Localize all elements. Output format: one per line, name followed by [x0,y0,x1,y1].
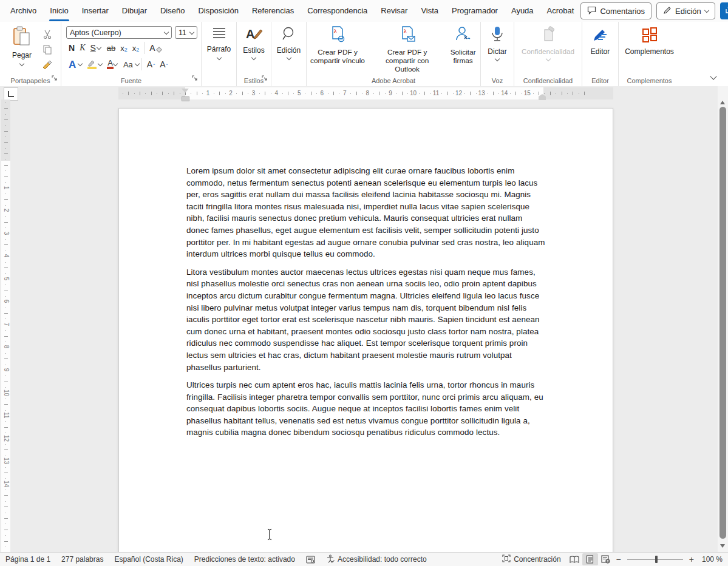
tab-referencias[interactable]: Referencias [245,0,301,22]
paragraph-button[interactable]: Párrafo [202,22,236,86]
styles-icon: A [245,26,263,44]
horizontal-ruler[interactable]: 123456789101112131415 [118,87,613,99]
ruler-mark [5,114,6,115]
web-layout-button[interactable] [598,553,614,565]
document-paragraph[interactable]: Ultrices turpis nec cum aptent eros hac,… [186,379,545,439]
tab-revisar[interactable]: Revisar [374,0,414,22]
tab-insertar[interactable]: Insertar [75,0,115,22]
chevron-down-icon [216,55,221,60]
text-effects-button[interactable]: A [66,59,78,70]
change-case-button[interactable]: Aa [121,59,135,70]
print-layout-button[interactable] [582,553,598,565]
request-signatures-button[interactable]: Solicitar firmas [446,25,480,65]
shrink-font-button[interactable]: Aˇ [157,59,170,70]
ruler-mark [350,93,351,94]
italic-button[interactable]: K [77,42,87,53]
comments-button[interactable]: Comentarios [580,2,651,19]
document-paragraph[interactable]: Lorem ipsum dolor sit amet consectetur a… [186,165,545,260]
text-predictions-icon[interactable] [301,556,321,564]
clear-formatting-button[interactable]: A [147,42,164,53]
scroll-up-arrow-icon[interactable] [720,101,725,104]
font-name-combo[interactable]: Aptos (Cuerpo) [66,26,172,39]
page-count[interactable]: Página 1 de 1 [0,555,56,564]
vertical-scrollbar[interactable] [718,86,728,553]
group-paragraph: Párrafo [202,22,237,86]
chevron-down-icon[interactable] [78,61,83,66]
tab-programador[interactable]: Programador [445,0,505,22]
page[interactable]: Lorem ipsum dolor sit amet consectetur a… [118,108,613,553]
tab-diseno[interactable]: Diseño [154,0,191,22]
zoom-level[interactable]: 100 % [696,555,728,564]
ruler-mark [567,93,568,94]
subscript-button[interactable]: x2 [118,43,130,53]
ruler-mark [5,285,6,285]
zoom-in-button[interactable]: + [687,554,696,564]
underline-button[interactable]: S [87,42,97,53]
ruler-mark [5,478,6,479]
cut-button[interactable] [40,28,55,41]
create-pdf-outlook-button[interactable]: λ Crear PDF y compartir con Outlook [372,25,442,73]
ruler-mark [4,404,8,405]
ruler-mark [174,92,174,95]
share-button[interactable] [720,2,728,19]
tab-vista[interactable]: Vista [414,0,445,22]
superscript-button[interactable]: x2 [130,43,142,53]
left-indent-marker[interactable] [182,96,189,101]
bold-button[interactable]: N [66,42,77,53]
ruler-mark [219,92,220,95]
strikethrough-button[interactable]: ab [104,43,118,53]
create-pdf-link-button[interactable]: λ Crear PDF y compartir vínculo [307,25,369,65]
highlight-color-button[interactable] [87,59,97,69]
read-mode-button[interactable] [566,553,582,565]
focus-mode-button[interactable]: Concentración [497,554,566,564]
clipboard-dialog-launcher-icon[interactable] [52,73,58,84]
document-paragraph[interactable]: Litora vestibulum montes auctor maecenas… [186,266,545,373]
word-count[interactable]: 277 palabras [56,555,109,564]
tab-dibujar[interactable]: Dibujar [115,0,154,22]
text-predictions-indicator[interactable]: Predicciones de texto: activado [189,555,301,564]
ruler-mark [311,92,311,95]
addins-grid-icon [641,26,658,45]
format-painter-button[interactable] [40,58,55,72]
scrollbar-thumb[interactable] [719,107,726,539]
ruler-mark: 8 [364,90,371,96]
tab-stop-selector[interactable] [4,87,18,101]
collapse-ribbon-chevron-icon[interactable] [710,73,716,79]
editing-mode-button[interactable]: Edición [656,2,715,19]
font-dialog-launcher-icon[interactable] [192,73,198,84]
document-text[interactable]: Lorem ipsum dolor sit amet consectetur a… [186,165,545,445]
accessibility-status[interactable]: Accesibilidad: todo correcto [321,554,432,565]
font-color-button[interactable]: A [107,59,114,69]
vertical-ruler[interactable]: 1234567891011121314 [1,99,10,553]
chevron-down-icon[interactable] [135,61,140,66]
chevron-down-icon[interactable] [97,45,101,50]
scroll-down-arrow-icon[interactable] [720,544,725,548]
svg-text:λ: λ [404,28,407,34]
font-size-combo[interactable]: 11 [175,26,197,39]
tab-correspondencia[interactable]: Correspondencia [301,0,374,22]
editing-button[interactable]: Edición [271,22,306,86]
tab-inicio[interactable]: Inicio [43,0,75,22]
tab-acrobat[interactable]: Acrobat [540,0,581,22]
zoom-slider[interactable] [627,553,683,565]
language-indicator[interactable]: Español (Costa Rica) [109,555,188,564]
tab-ayuda[interactable]: Ayuda [505,0,540,22]
chevron-down-icon[interactable] [113,61,118,66]
styles-dialog-launcher-icon[interactable] [262,73,268,84]
ruler-mark: 13 [478,90,485,96]
grow-font-button[interactable]: Aˆ [145,59,157,70]
zoom-slider-handle[interactable] [655,556,658,563]
ruler-mark [259,93,260,94]
tab-archivo[interactable]: Archivo [4,0,43,22]
ruler-mark [544,93,545,94]
ruler-mark [396,93,396,94]
ruler-mark [522,93,522,94]
zoom-out-button[interactable]: − [614,554,624,564]
ruler-mark [4,427,8,428]
editor-pencil-icon [592,26,609,45]
copy-button[interactable] [40,43,55,56]
ruler-mark [5,376,6,376]
share-icon [725,5,728,16]
chevron-down-icon[interactable] [98,61,103,66]
tab-disposicion[interactable]: Disposición [191,0,245,22]
